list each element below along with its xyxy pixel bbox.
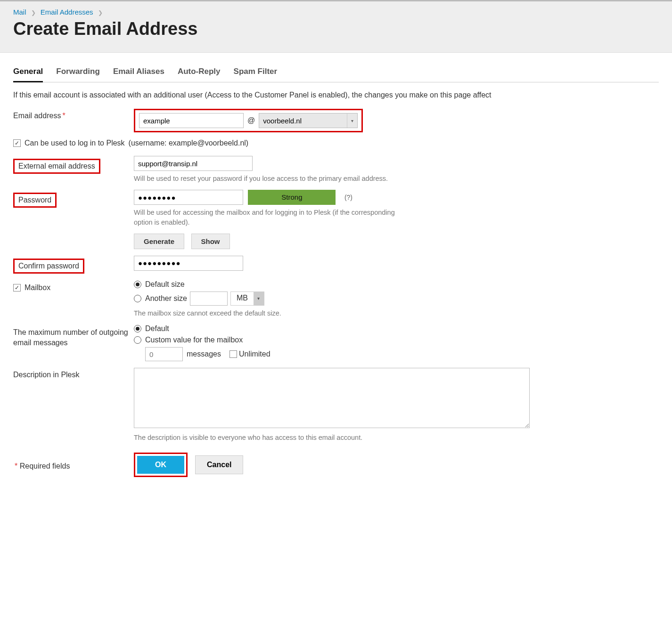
breadcrumb-email-addresses[interactable]: Email Addresses [41,8,93,16]
generate-button[interactable]: Generate [134,234,184,249]
radio-outgoing-custom[interactable] [134,336,141,344]
description-textarea[interactable] [134,368,530,428]
radio-another-size[interactable] [134,295,141,302]
checkbox-mailbox[interactable]: ✓ [13,284,21,292]
at-symbol: @ [247,116,255,125]
label-external-email: External email address [13,159,100,174]
breadcrumb-mail[interactable]: Mail [13,8,26,16]
label-outgoing-custom: Custom value for the mailbox [145,336,243,344]
ok-button[interactable]: OK [137,456,184,474]
username-note: (username: example@voorbeeld.nl) [129,139,249,147]
label-another-size: Another size [145,294,187,303]
label-password: Password [13,193,57,208]
email-domain-select[interactable]: voorbeeld.nl [259,113,358,128]
mailbox-size-input [190,292,228,306]
email-local-input[interactable] [139,113,244,128]
password-help-icon[interactable]: (?) [344,190,352,205]
label-mailbox: Mailbox [25,284,50,292]
page-title: Create Email Address [13,19,659,39]
required-marker: * [62,112,65,120]
mailbox-size-hint: The mailbox size cannot exceed the defau… [134,308,659,318]
checkbox-can-login[interactable]: ✓ [13,139,21,147]
checkbox-unlimited[interactable] [229,350,237,358]
password-strength-badge: Strong [248,190,336,205]
radio-outgoing-default[interactable] [134,325,141,332]
label-required-fields: Required fields [20,462,70,470]
tab-auto-reply[interactable]: Auto-Reply [178,64,221,82]
password-input[interactable] [134,190,243,205]
cancel-button[interactable]: Cancel [195,455,243,474]
unit-label: MB [231,292,254,305]
show-password-button[interactable]: Show [191,234,230,249]
radio-default-size[interactable] [134,281,141,288]
tab-forwarding[interactable]: Forwarding [56,64,100,82]
chevron-right-icon: ❯ [98,9,103,16]
password-hint: Will be used for accessing the mailbox a… [134,208,398,227]
label-outgoing-default: Default [145,324,169,333]
custom-messages-input [145,347,183,361]
label-unlimited: Unlimited [239,350,270,358]
external-email-input[interactable] [134,156,253,171]
tab-email-aliases[interactable]: Email Aliases [113,64,164,82]
label-email-address: Email address [13,112,61,120]
label-max-outgoing: The maximum number of outgoing email mes… [13,328,128,347]
label-description: Description in Plesk [13,371,80,379]
chevron-down-icon: ▾ [254,292,264,305]
label-can-login: Can be used to log in to Plesk [25,139,125,147]
mailbox-size-unit-select[interactable]: MB ▾ [230,292,264,306]
breadcrumb: Mail ❯ Email Addresses ❯ [13,8,659,16]
chevron-right-icon: ❯ [31,9,36,16]
tab-general[interactable]: General [13,64,43,82]
confirm-password-input[interactable] [134,256,243,271]
external-email-hint: Will be used to reset your password if y… [134,174,659,183]
label-confirm-password: Confirm password [13,259,84,274]
intro-text: If this email account is associated with… [13,91,659,99]
tab-spam-filter[interactable]: Spam Filter [234,64,278,82]
tabs: General Forwarding Email Aliases Auto-Re… [13,64,659,82]
required-marker: * [15,462,17,470]
label-default-size: Default size [145,280,185,289]
label-messages: messages [187,350,221,358]
description-hint: The description is visible to everyone w… [134,433,659,442]
